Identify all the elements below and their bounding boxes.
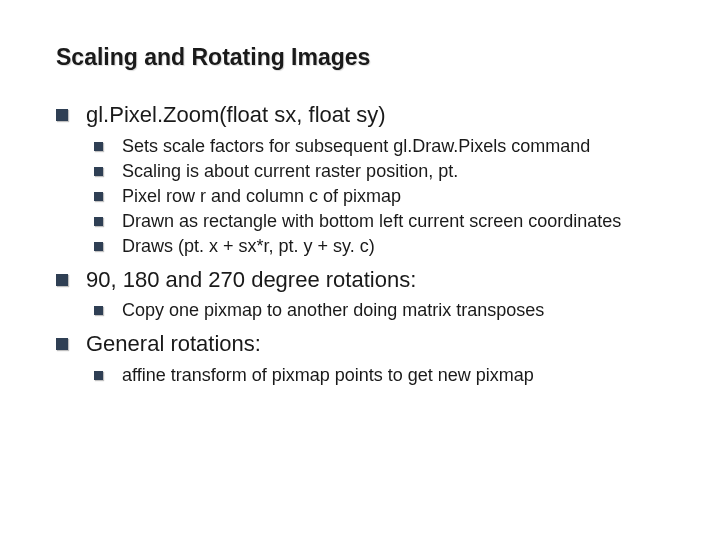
slide: Scaling and Rotating Images gl.Pixel.Zoo… — [0, 0, 720, 540]
list-item: Draws (pt. x + sx*r, pt. y + sy. c) — [94, 235, 680, 258]
list-item-text: gl.Pixel.Zoom(float sx, float sy) — [86, 102, 386, 127]
list-item-text: Pixel row r and column c of pixmap — [122, 186, 401, 206]
list-item: Pixel row r and column c of pixmap — [94, 185, 680, 208]
sub-list: affine transform of pixmap points to get… — [86, 364, 680, 387]
list-item: Scaling is about current raster position… — [94, 160, 680, 183]
list-item-text: Drawn as rectangle with bottom left curr… — [122, 211, 621, 231]
list-item: Sets scale factors for subsequent gl.Dra… — [94, 135, 680, 158]
list-item: 90, 180 and 270 degree rotations: Copy o… — [56, 266, 680, 323]
list-item: Drawn as rectangle with bottom left curr… — [94, 210, 680, 233]
list-item-text: Sets scale factors for subsequent gl.Dra… — [122, 136, 590, 156]
bullet-list: gl.Pixel.Zoom(float sx, float sy) Sets s… — [56, 101, 680, 387]
list-item: General rotations: affine transform of p… — [56, 330, 680, 387]
list-item-text: 90, 180 and 270 degree rotations: — [86, 267, 416, 292]
list-item: affine transform of pixmap points to get… — [94, 364, 680, 387]
list-item-text: Copy one pixmap to another doing matrix … — [122, 300, 544, 320]
list-item: gl.Pixel.Zoom(float sx, float sy) Sets s… — [56, 101, 680, 258]
slide-title: Scaling and Rotating Images — [56, 44, 680, 71]
list-item-text: General rotations: — [86, 331, 261, 356]
list-item: Copy one pixmap to another doing matrix … — [94, 299, 680, 322]
list-item-text: affine transform of pixmap points to get… — [122, 365, 534, 385]
sub-list: Copy one pixmap to another doing matrix … — [86, 299, 680, 322]
sub-list: Sets scale factors for subsequent gl.Dra… — [86, 135, 680, 258]
list-item-text: Draws (pt. x + sx*r, pt. y + sy. c) — [122, 236, 375, 256]
list-item-text: Scaling is about current raster position… — [122, 161, 458, 181]
